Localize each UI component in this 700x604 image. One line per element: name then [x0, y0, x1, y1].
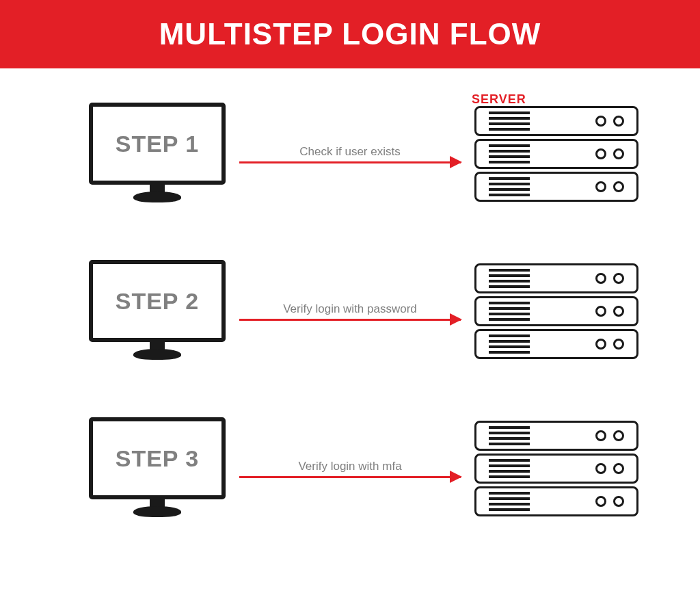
arrow: Verify login with mfa	[239, 451, 461, 486]
monitor-icon: STEP 2	[89, 260, 226, 363]
step-label: STEP 1	[116, 131, 200, 157]
diagram-content: STEP 1 Check if user exists	[0, 68, 700, 540]
arrow-icon	[239, 161, 461, 163]
server-icon	[474, 106, 638, 202]
arrow-icon	[239, 319, 461, 321]
server-unit	[474, 106, 638, 136]
monitor-icon: STEP 3	[89, 417, 226, 520]
server-unit	[474, 454, 638, 484]
step-row-1: STEP 1 Check if user exists	[89, 103, 638, 205]
page-title: MULTISTEP LOGIN FLOW	[159, 17, 541, 51]
step-description: Verify login with mfa	[298, 460, 401, 473]
step-row-2: STEP 2 Verify login with password	[89, 260, 638, 363]
server-unit	[474, 139, 638, 169]
server-unit	[474, 486, 638, 516]
server-unit	[474, 172, 638, 202]
monitor-screen: STEP 2	[89, 260, 226, 342]
monitor-screen: STEP 1	[89, 103, 226, 185]
monitor-screen: STEP 3	[89, 417, 226, 499]
step-description: Check if user exists	[299, 145, 400, 159]
step-label: STEP 2	[116, 288, 200, 315]
server-unit	[474, 263, 638, 293]
header-banner: MULTISTEP LOGIN FLOW	[0, 0, 700, 68]
step-label: STEP 3	[116, 445, 200, 472]
monitor-icon: STEP 1	[89, 103, 226, 205]
server-unit	[474, 329, 638, 359]
server-icon	[474, 421, 638, 516]
server-unit	[474, 421, 638, 451]
arrow: Verify login with password	[239, 294, 461, 328]
step-row-3: STEP 3 Verify login with mfa	[89, 417, 638, 520]
step-description: Verify login with password	[283, 302, 417, 316]
arrow-icon	[239, 476, 461, 478]
arrow: Check if user exists	[239, 137, 461, 171]
server-unit	[474, 296, 638, 326]
server-icon	[474, 263, 638, 359]
